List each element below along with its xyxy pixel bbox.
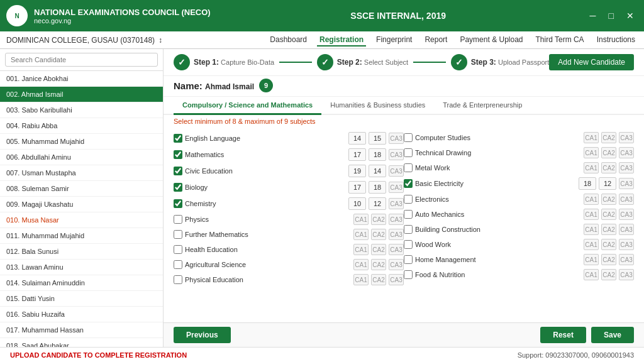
ca-box[interactable]: CA3 xyxy=(389,182,404,193)
candidate-item[interactable]: 014. Sulaiman Aminuddin xyxy=(0,275,163,291)
score-s1[interactable]: 19 xyxy=(348,165,366,177)
score-s2[interactable]: 12 xyxy=(599,177,616,190)
ca-box[interactable]: CA3 xyxy=(389,244,404,255)
ca-box[interactable]: CA1 xyxy=(353,274,369,285)
score-s1[interactable]: 17 xyxy=(348,148,366,161)
subject-checkbox-auto[interactable] xyxy=(404,210,413,219)
ca-box[interactable]: CA1 xyxy=(353,214,369,225)
ca-box[interactable]: CA3 xyxy=(619,194,634,205)
ca-box[interactable]: CA3 xyxy=(389,259,404,270)
score-s2[interactable]: 12 xyxy=(369,197,386,210)
ca-box[interactable]: CA1 xyxy=(353,229,369,240)
ca-box[interactable]: CA1 xyxy=(584,224,599,235)
ca-box[interactable]: CA2 xyxy=(601,254,616,265)
ca-box[interactable]: CA3 xyxy=(389,229,404,240)
close-button[interactable]: ✕ xyxy=(623,9,638,22)
ca-box[interactable]: CA2 xyxy=(601,209,616,220)
subject-checkbox-home[interactable] xyxy=(404,255,413,264)
nav-instructions[interactable]: Instructions xyxy=(594,34,638,47)
subject-checkbox-english[interactable] xyxy=(174,134,182,143)
ca-box[interactable]: CA2 xyxy=(601,269,616,280)
ca-box[interactable]: CA3 xyxy=(619,224,634,235)
candidate-item[interactable]: 015. Datti Yusin xyxy=(0,291,163,307)
ca-box[interactable]: CA1 xyxy=(584,269,599,280)
tab-trade[interactable]: Trade & Enterpreneurship xyxy=(434,97,531,115)
subject-checkbox-health[interactable] xyxy=(174,245,182,254)
candidate-item[interactable]: 007. Usman Mustapha xyxy=(0,165,163,181)
score-s1[interactable]: 17 xyxy=(348,181,366,194)
subject-checkbox-building[interactable] xyxy=(404,225,413,234)
candidate-item[interactable]: 013. Lawan Aminu xyxy=(0,260,163,275)
ca-box[interactable]: CA3 xyxy=(619,254,634,265)
score-s2[interactable]: 18 xyxy=(369,181,386,194)
ca-box[interactable]: CA2 xyxy=(601,194,616,205)
subject-checkbox-wood[interactable] xyxy=(404,240,413,249)
candidate-item[interactable]: 002. Ahmad Ismail xyxy=(0,87,163,102)
subject-checkbox-electronics[interactable] xyxy=(404,195,413,204)
maximize-button[interactable]: □ xyxy=(605,9,618,22)
candidate-item[interactable]: 009. Magaji Ukashatu xyxy=(0,197,163,212)
ca-box[interactable]: CA3 xyxy=(619,269,634,280)
ca-box[interactable]: CA2 xyxy=(371,214,386,225)
candidate-item[interactable]: 001. Janice Abokhai xyxy=(0,71,163,87)
candidate-item[interactable]: 017. Muhammad Hassan xyxy=(0,322,163,338)
ca-box[interactable]: CA1 xyxy=(584,132,599,143)
ca-box[interactable]: CA3 xyxy=(389,274,404,285)
subject-checkbox-math[interactable] xyxy=(174,150,182,159)
score-s1[interactable]: 14 xyxy=(348,132,366,145)
ca-box[interactable]: CA1 xyxy=(584,194,599,205)
nav-fingerprint[interactable]: Fingerprint xyxy=(374,34,414,47)
tab-humanities[interactable]: Humanities & Business studies xyxy=(321,97,434,115)
ca-box[interactable]: CA2 xyxy=(601,147,616,158)
previous-button[interactable]: Previous xyxy=(174,327,231,343)
nav-thirdterm[interactable]: Third Term CA xyxy=(533,34,587,47)
ca-box[interactable]: CA2 xyxy=(601,132,616,143)
subject-checkbox-further-math[interactable] xyxy=(174,230,182,239)
score-s2[interactable]: 18 xyxy=(369,148,386,161)
tab-compulsory[interactable]: Compulsory / Science and Mathematics xyxy=(174,97,321,115)
subject-checkbox-chemistry[interactable] xyxy=(174,199,182,208)
candidate-item[interactable]: 010. Musa Nasar xyxy=(0,212,163,228)
ca-box[interactable]: CA1 xyxy=(353,244,369,255)
ca-box[interactable]: CA3 xyxy=(619,147,634,158)
ca-box[interactable]: CA3 xyxy=(389,133,404,144)
ca-box[interactable]: CA2 xyxy=(371,229,386,240)
candidate-item[interactable]: 004. Rabiu Abba xyxy=(0,118,163,134)
candidate-item[interactable]: 012. Bala Sunusi xyxy=(0,244,163,260)
ca-box[interactable]: CA3 xyxy=(389,149,404,160)
ca-box[interactable]: CA3 xyxy=(619,132,634,143)
ca-box[interactable]: CA2 xyxy=(371,259,386,270)
nav-payment[interactable]: Payment & Upload xyxy=(457,34,525,47)
ca-box[interactable]: CA2 xyxy=(601,224,616,235)
candidate-item[interactable]: 008. Suleman Samir xyxy=(0,181,163,197)
ca-box[interactable]: CA1 xyxy=(584,209,599,220)
score-s1[interactable]: 18 xyxy=(579,177,596,190)
score-s2[interactable]: 15 xyxy=(369,132,386,145)
candidate-item[interactable]: 011. Muhammad Mujahid xyxy=(0,228,163,244)
candidate-item[interactable]: 006. Abdullahi Aminu xyxy=(0,150,163,165)
subject-checkbox-metal[interactable] xyxy=(404,163,413,172)
ca-box[interactable]: CA2 xyxy=(371,274,386,285)
score-s1[interactable]: 10 xyxy=(348,197,366,210)
add-candidate-button[interactable]: Add New Candidate xyxy=(549,54,634,70)
nav-dashboard[interactable]: Dashboard xyxy=(267,34,309,47)
ca-box[interactable]: CA1 xyxy=(353,259,369,270)
ca-box[interactable]: CA2 xyxy=(601,239,616,250)
nav-registration[interactable]: Registration xyxy=(317,34,366,47)
subject-checkbox-civic[interactable] xyxy=(174,167,182,175)
search-input[interactable] xyxy=(5,53,158,67)
ca-box[interactable]: CA1 xyxy=(584,147,599,158)
ca-box[interactable]: CA3 xyxy=(389,198,404,209)
candidate-item[interactable]: 003. Sabo Karibullahi xyxy=(0,102,163,118)
subject-checkbox-electricity[interactable] xyxy=(404,179,413,188)
ca-box[interactable]: CA3 xyxy=(389,214,404,225)
ca-box[interactable]: CA1 xyxy=(584,254,599,265)
reset-button[interactable]: Reset xyxy=(540,327,586,343)
ca-box[interactable]: CA1 xyxy=(584,162,599,173)
ca-box[interactable]: CA2 xyxy=(601,162,616,173)
nav-report[interactable]: Report xyxy=(422,34,450,47)
ca-box[interactable]: CA3 xyxy=(619,178,634,189)
ca-box[interactable]: CA2 xyxy=(371,244,386,255)
subject-checkbox-biology[interactable] xyxy=(174,183,182,192)
subject-checkbox-tech-draw[interactable] xyxy=(404,148,413,157)
